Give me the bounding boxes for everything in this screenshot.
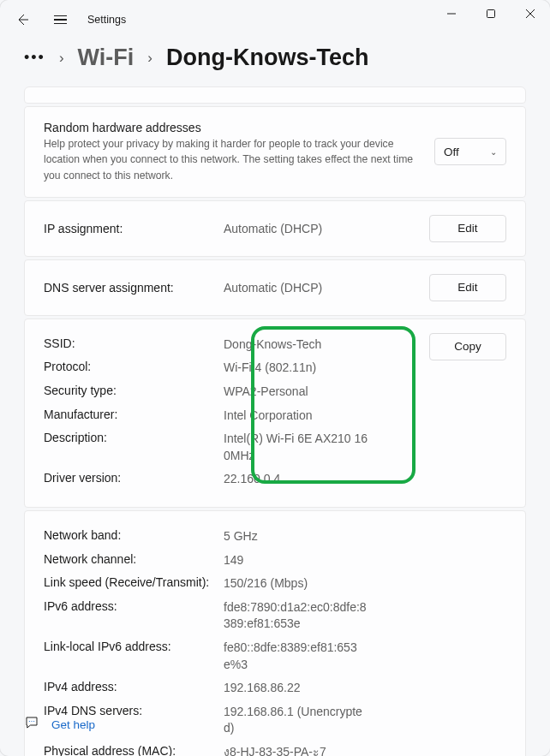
detail-row: IPv6 address:fde8:7890:d1a2:ec0:8dfe:838…: [44, 596, 506, 636]
detail-row: Manufacturer:Intel Corporation: [44, 404, 419, 428]
svg-point-4: [31, 721, 32, 722]
breadcrumb-ellipsis[interactable]: •••: [24, 49, 45, 67]
random-hw-desc: Help protect your privacy by making it h…: [44, 136, 424, 183]
detail-row: Driver version:22.160.0.4: [44, 467, 419, 491]
chevron-down-icon: ⌄: [490, 147, 497, 157]
content-area: Random hardware addresses Help protect y…: [0, 86, 550, 756]
random-hardware-card: Random hardware addresses Help protect y…: [24, 106, 526, 198]
dns-assign-value: Automatic (DHCP): [224, 281, 429, 295]
detail-value: 192.168.86.22: [224, 680, 301, 697]
detail-row: Link-local IPv6 address:fe80::8dfe:8389:…: [44, 636, 506, 676]
ip-assign-label: IP assignment:: [44, 222, 224, 235]
maximize-button[interactable]: [471, 0, 511, 27]
chat-help-icon: [24, 715, 39, 734]
copy-button[interactable]: Copy: [429, 333, 506, 360]
detail-row: Security type:WPA2-Personal: [44, 380, 419, 404]
detail-row: Network band:5 GHz: [44, 525, 506, 549]
detail-label: Security type:: [44, 384, 224, 397]
detail-row: Physical address (MAC):ง8-HJ-83-35-PA-ะ7: [44, 741, 506, 756]
detail-value: Wi-Fi 4 (802.11n): [224, 360, 316, 377]
detail-label: Link-local IPv6 address:: [44, 640, 224, 653]
detail-label: Driver version:: [44, 471, 224, 485]
detail-row: Description:Intel(R) Wi-Fi 6E AX210 160M…: [44, 427, 419, 467]
breadcrumb-wifi[interactable]: Wi-Fi: [78, 45, 135, 71]
detail-value: ง8-HJ-83-35-PA-ะ7: [224, 744, 326, 756]
detail-value: Intel(R) Wi-Fi 6E AX210 160MHz: [224, 431, 369, 464]
detail-value: 192.168.86.1 (Unencrypted): [224, 704, 369, 737]
breadcrumb-current: Dong-Knows-Tech: [166, 45, 368, 71]
chevron-right-icon: ›: [147, 50, 152, 67]
detail-value: 149: [224, 552, 243, 569]
titlebar-left: Settings: [7, 4, 126, 35]
detail-label: Network channel:: [44, 552, 224, 566]
svg-point-5: [29, 721, 30, 722]
detail-value: fde8:7890:d1a2:ec0:8dfe:8389:ef81:653e: [224, 599, 369, 633]
menu-button[interactable]: [45, 4, 75, 35]
detail-label: IPv4 address:: [44, 680, 224, 693]
detail-value: 150/216 (Mbps): [224, 575, 308, 592]
detail-row: Link speed (Receive/Transmit):150/216 (M…: [44, 572, 506, 596]
dns-assign-label: DNS server assignment:: [44, 281, 224, 295]
window-title: Settings: [87, 14, 126, 26]
dns-assign-edit-button[interactable]: Edit: [429, 274, 506, 301]
detail-row: SSID:Dong-Knows-Tech: [44, 333, 419, 357]
ip-assignment-card: IP assignment: Automatic (DHCP) Edit: [24, 200, 526, 257]
ip-assign-value: Automatic (DHCP): [224, 222, 429, 235]
dns-assignment-card: DNS server assignment: Automatic (DHCP) …: [24, 259, 526, 316]
detail-label: Physical address (MAC):: [44, 744, 224, 756]
window-controls: [432, 0, 550, 27]
detail-label: Network band:: [44, 528, 224, 542]
back-button[interactable]: [7, 4, 38, 35]
detail-value: WPA2-Personal: [224, 384, 308, 401]
svg-rect-1: [487, 10, 495, 18]
network-details-card-1: SSID:Dong-Knows-TechProtocol:Wi-Fi 4 (80…: [24, 318, 526, 508]
card-stub: [24, 86, 526, 104]
close-button[interactable]: [511, 0, 550, 27]
detail-row: Protocol:Wi-Fi 4 (802.11n): [44, 356, 419, 380]
minimize-button[interactable]: [432, 0, 471, 27]
ip-assign-edit-button[interactable]: Edit: [429, 215, 506, 242]
help-label: Get help: [51, 718, 95, 731]
random-hw-select[interactable]: Off ⌄: [434, 138, 506, 165]
detail-label: Link speed (Receive/Transmit):: [44, 575, 224, 589]
detail-value: 5 GHz: [224, 528, 258, 545]
detail-row: IPv4 DNS servers:192.168.86.1 (Unencrypt…: [44, 700, 506, 741]
detail-row: Network channel:149: [44, 549, 506, 573]
detail-row: IPv4 address:192.168.86.22: [44, 676, 506, 700]
detail-value: Intel Corporation: [224, 408, 313, 425]
chevron-right-icon: ›: [59, 50, 64, 67]
svg-point-6: [33, 721, 34, 722]
detail-label: SSID:: [44, 336, 224, 350]
detail-value: 22.160.0.4: [224, 471, 280, 488]
network-details-card-2: Network band:5 GHzNetwork channel:149Lin…: [24, 510, 526, 756]
detail-label: Description:: [44, 431, 224, 444]
detail-value: Dong-Knows-Tech: [224, 336, 321, 354]
help-link[interactable]: Get help: [24, 715, 95, 734]
detail-label: Manufacturer:: [44, 408, 224, 421]
detail-value: fe80::8dfe:8389:ef81:653e%3: [224, 640, 369, 673]
breadcrumb: ••• › Wi-Fi › Dong-Knows-Tech: [0, 39, 550, 86]
titlebar: Settings: [0, 0, 550, 39]
random-hw-value: Off: [444, 146, 459, 158]
detail-label: Protocol:: [44, 360, 224, 373]
detail-label: IPv6 address:: [44, 599, 224, 613]
random-hw-title: Random hardware addresses: [44, 121, 424, 134]
